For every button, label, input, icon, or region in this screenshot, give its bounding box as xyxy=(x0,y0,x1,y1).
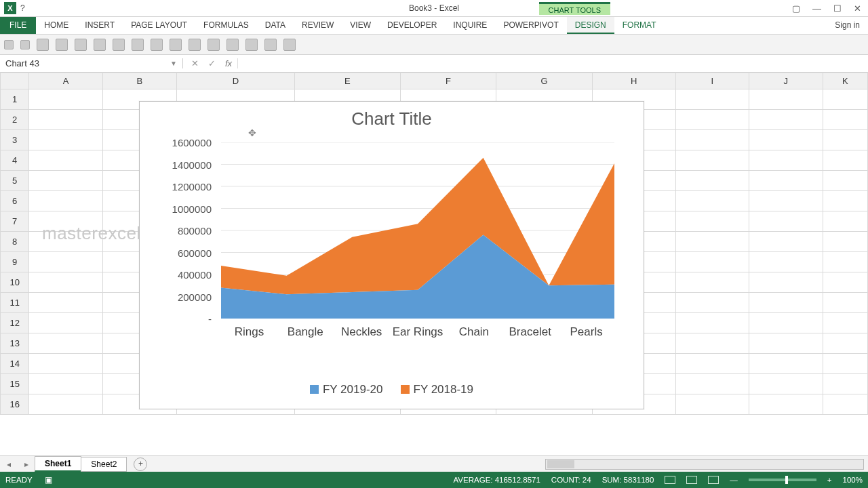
row-header[interactable]: 12 xyxy=(1,313,29,333)
cell[interactable] xyxy=(29,171,103,191)
cell[interactable] xyxy=(675,272,749,293)
sheet-tab-sheet1[interactable]: Sheet1 xyxy=(35,456,81,472)
sheet-nav-next-icon[interactable]: ▸ xyxy=(18,460,35,469)
cell[interactable] xyxy=(29,354,103,374)
tab-review[interactable]: REVIEW xyxy=(294,17,342,34)
plot-area[interactable]: 1600000140000012000001000000800000600000… xyxy=(153,142,628,339)
cell[interactable] xyxy=(29,293,103,313)
ribbon-button[interactable] xyxy=(189,39,201,51)
cell[interactable] xyxy=(823,171,867,191)
cell[interactable] xyxy=(675,211,749,232)
minimize-icon[interactable]: — xyxy=(812,3,821,14)
tab-insert[interactable]: INSERT xyxy=(77,17,123,34)
cell[interactable] xyxy=(749,110,823,130)
legend[interactable]: FY 2019-20 FY 2018-19 xyxy=(140,383,644,396)
cell[interactable] xyxy=(675,191,749,211)
zoom-out-icon[interactable]: — xyxy=(730,476,738,484)
zoom-slider[interactable] xyxy=(749,479,816,481)
horizontal-scrollbar[interactable] xyxy=(545,459,864,470)
cell[interactable] xyxy=(29,333,103,354)
cell[interactable] xyxy=(675,354,749,374)
ribbon-button[interactable] xyxy=(226,39,239,51)
select-all[interactable] xyxy=(1,73,29,89)
cell[interactable] xyxy=(675,110,749,130)
column-header[interactable]: H xyxy=(592,73,675,89)
column-header[interactable]: A xyxy=(29,73,103,89)
ribbon-button[interactable] xyxy=(75,39,87,51)
ribbon-button[interactable] xyxy=(94,39,106,51)
tab-powerpivot[interactable]: POWERPIVOT xyxy=(495,17,566,34)
cell[interactable] xyxy=(823,191,867,211)
cell[interactable] xyxy=(29,252,103,272)
row-header[interactable]: 14 xyxy=(1,354,29,374)
cell[interactable] xyxy=(823,272,867,293)
cell[interactable] xyxy=(823,394,867,415)
sign-in-link[interactable]: Sign in xyxy=(827,17,868,34)
ribbon-button[interactable] xyxy=(170,39,182,51)
cell[interactable] xyxy=(675,374,749,394)
cell[interactable] xyxy=(675,130,749,150)
column-header[interactable]: B xyxy=(102,73,176,89)
sheet-nav-prev-icon[interactable]: ◂ xyxy=(0,460,18,469)
row-header[interactable]: 4 xyxy=(1,150,29,171)
tab-formulas[interactable]: FORMULAS xyxy=(195,17,257,34)
cell[interactable] xyxy=(675,313,749,333)
cell[interactable] xyxy=(29,191,103,211)
row-header[interactable]: 16 xyxy=(1,394,29,415)
row-header[interactable]: 9 xyxy=(1,252,29,272)
ribbon-button[interactable] xyxy=(37,39,49,51)
ribbon-button[interactable] xyxy=(208,39,220,51)
cell[interactable] xyxy=(749,333,823,354)
tab-design[interactable]: DESIGN xyxy=(567,17,614,34)
column-header[interactable]: G xyxy=(496,73,593,89)
cell[interactable] xyxy=(749,150,823,171)
macro-record-icon[interactable]: ▣ xyxy=(45,475,52,485)
help-icon[interactable]: ? xyxy=(20,3,25,13)
cell[interactable] xyxy=(749,130,823,150)
cell[interactable] xyxy=(749,293,823,313)
row-header[interactable]: 10 xyxy=(1,272,29,293)
tab-data[interactable]: DATA xyxy=(257,17,294,34)
cell[interactable] xyxy=(29,130,103,150)
row-header[interactable]: 11 xyxy=(1,293,29,313)
cell[interactable] xyxy=(823,130,867,150)
legend-item[interactable]: FY 2018-19 xyxy=(401,383,474,396)
cell[interactable] xyxy=(29,110,103,130)
page-layout-view-icon[interactable] xyxy=(686,476,697,484)
cell[interactable] xyxy=(749,211,823,232)
tab-format[interactable]: FORMAT xyxy=(614,17,665,34)
cell[interactable] xyxy=(823,110,867,130)
tab-view[interactable]: VIEW xyxy=(342,17,379,34)
cell[interactable] xyxy=(823,89,867,110)
cell[interactable] xyxy=(749,171,823,191)
cell[interactable] xyxy=(823,211,867,232)
ribbon-button[interactable] xyxy=(151,39,163,51)
save-icon[interactable] xyxy=(4,40,14,49)
zoom-level[interactable]: 100% xyxy=(843,476,863,484)
row-header[interactable]: 8 xyxy=(1,232,29,252)
cell[interactable] xyxy=(749,232,823,252)
cancel-formula-icon[interactable]: ✕ xyxy=(191,58,199,68)
ribbon-display-options-icon[interactable]: ▢ xyxy=(792,3,800,14)
cell[interactable] xyxy=(823,374,867,394)
quick-access-icon[interactable] xyxy=(20,40,30,49)
sheet-tab-sheet2[interactable]: Sheet2 xyxy=(81,457,127,472)
ribbon-button[interactable] xyxy=(132,39,144,51)
cell[interactable] xyxy=(29,89,103,110)
column-header[interactable]: E xyxy=(295,73,401,89)
cell[interactable] xyxy=(749,272,823,293)
column-header[interactable]: D xyxy=(176,73,294,89)
cell[interactable] xyxy=(749,252,823,272)
worksheet-area[interactable]: ABDEFGHIJK 12345678910111213141516 maste… xyxy=(0,73,868,425)
add-sheet-button[interactable]: + xyxy=(134,458,147,471)
tab-file[interactable]: FILE xyxy=(0,17,36,34)
column-header[interactable]: K xyxy=(823,73,867,89)
ribbon-button[interactable] xyxy=(283,39,296,51)
cell[interactable] xyxy=(823,150,867,171)
cell[interactable] xyxy=(823,293,867,313)
cell[interactable] xyxy=(29,313,103,333)
cell[interactable] xyxy=(675,171,749,191)
tab-page-layout[interactable]: PAGE LAYOUT xyxy=(123,17,195,34)
cell[interactable] xyxy=(749,191,823,211)
column-header[interactable]: I xyxy=(675,73,749,89)
